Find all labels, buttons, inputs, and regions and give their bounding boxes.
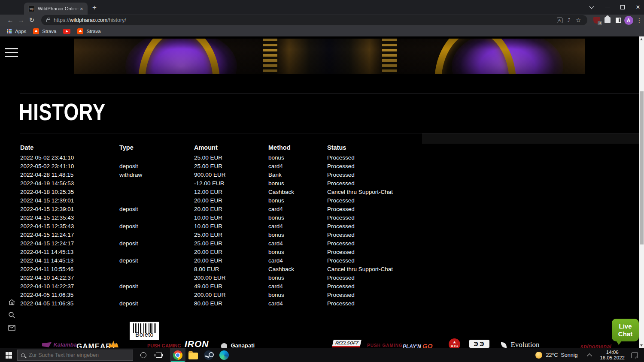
share-icon[interactable]: ⤴ <box>564 15 574 25</box>
table-row: 2022-04-11 14:45:13 20.00 EUR bonus Proc… <box>20 247 492 256</box>
cell-method: card4 <box>268 283 327 290</box>
scrollbar-up-arrow[interactable] <box>640 38 643 40</box>
table-row: 2022-04-05 11:06:35 deposit 80.00 EUR ca… <box>20 299 492 308</box>
weather-sun-icon <box>535 352 542 359</box>
start-button[interactable] <box>0 348 17 362</box>
cell-status: Processed <box>327 275 492 281</box>
forward-button[interactable]: → <box>16 15 26 25</box>
extensions-puzzle-icon[interactable] <box>602 15 613 25</box>
scrollbar-thumb[interactable] <box>640 91 644 244</box>
bookmark-star-icon[interactable]: ☆ <box>574 15 583 25</box>
provider-reelsoft: REELSOFT <box>332 340 361 347</box>
back-button[interactable]: ← <box>5 15 15 25</box>
extension-square-icon[interactable] <box>613 15 623 25</box>
cell-date: 2022-04-15 12:24:17 <box>20 240 119 247</box>
cell-status: Processed <box>327 154 492 161</box>
cell-amount: 10.00 EUR <box>194 214 268 221</box>
header-type: Type <box>119 144 194 151</box>
live-chat-button[interactable]: Live Chat <box>612 319 639 341</box>
table-row: 2022-04-19 14:56:53 -12.00 EUR bonus Pro… <box>20 179 492 187</box>
taskbar-weather[interactable]: 22°C Sonnig <box>546 352 578 358</box>
taskbar-chrome-button[interactable] <box>170 348 185 362</box>
table-row: 2022-04-11 14:45:13 deposit 20.00 EUR ca… <box>20 256 492 265</box>
table-row: 2022-04-15 12:35:43 10.00 EUR bonus Proc… <box>20 213 492 222</box>
cell-amount: 20.00 EUR <box>194 197 268 204</box>
cell-date: 2022-04-05 11:06:35 <box>20 300 119 307</box>
translate-icon[interactable]: A <box>555 15 564 25</box>
tab-search-chevron-icon[interactable] <box>584 0 599 14</box>
cell-amount: 900.00 EUR <box>194 172 268 178</box>
table-row: 2022-04-28 11:48:15 withdraw 900.00 EUR … <box>20 170 492 179</box>
cell-status: Processed <box>327 206 492 212</box>
page-title: HISTORY <box>19 98 106 126</box>
adblock-extension-icon[interactable]: 3 <box>592 15 602 25</box>
address-bar[interactable]: https://wildpharao.com/history/ A ⤴ ☆ <box>41 15 587 25</box>
browser-tab[interactable]: wp WildPharao Online Casino | Histo × <box>24 3 88 15</box>
cell-type: deposit <box>119 240 194 247</box>
header-status: Status <box>327 144 492 151</box>
cell-status: Processed <box>327 214 492 221</box>
window-maximize-button[interactable] <box>615 0 630 14</box>
mail-icon[interactable] <box>8 324 15 332</box>
cell-status: Processed <box>327 300 492 307</box>
window-close-button[interactable]: × <box>630 0 644 14</box>
search-icon[interactable] <box>8 311 15 319</box>
taskbar-search-input[interactable] <box>29 352 123 358</box>
provider-ganapati: Ganapati <box>221 341 255 348</box>
tab-title: WildPharao Online Casino | Histo <box>38 6 79 11</box>
page-scrollbar[interactable] <box>639 36 644 348</box>
cell-status: Processed <box>327 163 492 169</box>
hamburger-menu-icon[interactable] <box>5 48 18 60</box>
table-row: 2022-05-02 23:41:10 25.00 EUR bonus Proc… <box>20 153 492 162</box>
taskbar-steam-button[interactable] <box>201 348 216 362</box>
home-icon[interactable] <box>8 299 15 306</box>
bookmark-youtube[interactable] <box>63 29 70 34</box>
provider-logo-strip: Kalamba GAMEART PUSH GAMING IRON Ganapat… <box>0 338 644 348</box>
bookmark-strava-2[interactable]: Strava <box>77 28 100 34</box>
cortana-button[interactable] <box>136 348 151 362</box>
scrollbar-down-arrow[interactable] <box>640 344 643 347</box>
history-table: Date Type Amount Method Status 2022-05-0… <box>20 143 492 308</box>
reload-button[interactable]: ↻ <box>27 15 37 25</box>
tray-chevron-icon[interactable] <box>587 353 592 358</box>
cell-type: deposit <box>119 300 194 307</box>
task-view-button[interactable] <box>151 348 167 362</box>
cell-amount: 25.00 EUR <box>194 163 268 169</box>
url-text: https://wildpharao.com/history/ <box>54 17 126 23</box>
cell-status: Processed <box>327 172 492 178</box>
cell-date: 2022-04-11 14:45:13 <box>20 249 119 255</box>
table-row: 2022-04-15 12:24:17 25.00 EUR bonus Proc… <box>20 230 492 239</box>
tab-close-icon[interactable]: × <box>80 6 83 12</box>
youtube-icon <box>63 29 70 34</box>
browser-menu-icon[interactable]: ⋮ <box>634 15 644 25</box>
table-row: 2022-04-05 11:06:35 200.00 EUR bonus Pro… <box>20 290 492 299</box>
screen: wp WildPharao Online Casino | Histo × + … <box>0 0 644 362</box>
bookmark-strava-1[interactable]: Strava <box>33 28 56 34</box>
windows-taskbar: 22°C Sonnig 14:06 16.05.2022 <box>0 348 644 362</box>
taskbar-clock[interactable]: 14:06 16.05.2022 <box>600 350 625 361</box>
taskbar-edge-button[interactable] <box>216 348 232 362</box>
site-favicon: wp <box>28 6 35 12</box>
table-row: 2022-04-11 10:55:46 8.00 EUR Cashback Ca… <box>20 265 492 273</box>
taskbar-explorer-button[interactable] <box>185 348 201 362</box>
cell-amount: 80.00 EUR <box>194 300 268 307</box>
profile-avatar[interactable]: A <box>623 15 634 25</box>
provider-iron-dog: IRON <box>185 339 209 348</box>
provider-red-logo: PUSH GAMING <box>367 343 403 348</box>
new-tab-button[interactable]: + <box>90 3 99 12</box>
provider-evolution: Evolution <box>501 341 540 348</box>
taskbar-search-box[interactable] <box>17 350 133 361</box>
folder-icon <box>188 353 198 359</box>
cell-method: bonus <box>268 197 327 204</box>
cell-amount: 20.00 EUR <box>194 249 268 255</box>
page-viewport: HISTORY Date Type Amount Method Status 2… <box>0 36 644 348</box>
cell-amount: 12.00 EUR <box>194 189 268 195</box>
lock-icon <box>46 19 50 22</box>
bookmark-apps[interactable]: Apps <box>7 29 26 34</box>
cell-method: card4 <box>268 163 327 169</box>
cell-status: Processed <box>327 249 492 255</box>
cell-date: 2022-04-15 12:39:01 <box>20 206 119 212</box>
window-minimize-button[interactable] <box>599 0 615 14</box>
action-center-icon[interactable] <box>632 353 638 358</box>
table-row: 2022-04-15 12:39:01 20.00 EUR bonus Proc… <box>20 196 492 205</box>
